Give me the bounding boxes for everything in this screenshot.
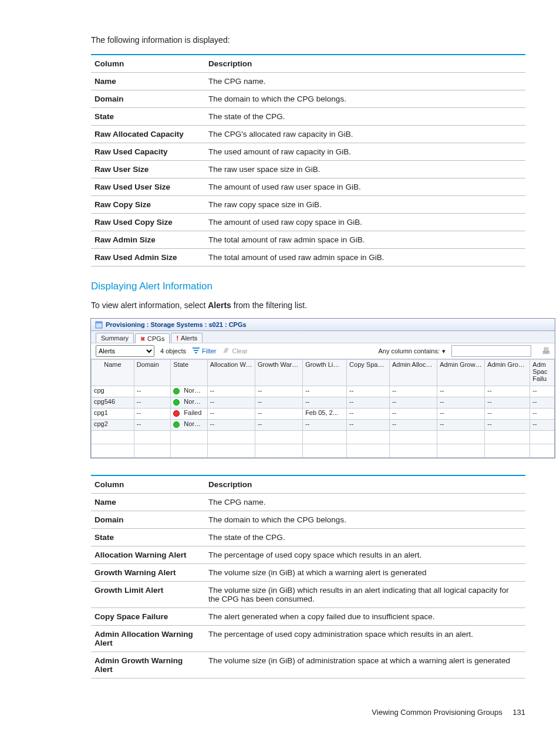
toolbar: Alerts 4 objects Filter Clear (91, 343, 555, 359)
grid-cell: -- (485, 386, 530, 397)
grid-cell: -- (389, 386, 437, 397)
panel-titlebar: Provisioning : Storage Systems : s021 : … (91, 319, 555, 331)
grid-cell: cpg1 (92, 409, 134, 420)
column-name: Raw Used Admin Size (91, 249, 205, 266)
column-filter-menu[interactable]: Any column contains: ▾ (378, 347, 446, 355)
grid-row[interactable]: cpg2-- Normal---------------- (92, 420, 555, 431)
grid-cell: -- (207, 386, 255, 397)
grid-cell (134, 444, 170, 458)
column-name: Name (91, 73, 205, 90)
grid-cell: -- (255, 409, 302, 420)
grid-cell: -- (389, 420, 437, 431)
tab-label: CPGs (147, 335, 164, 342)
table-row: Raw Used Admin SizeThe total amount of u… (91, 249, 525, 266)
table-row: NameThe CPG name. (91, 494, 525, 511)
grid-cell: -- (134, 420, 170, 431)
grid-column-header[interactable]: Growth Warning Alert (255, 360, 302, 386)
grid-row[interactable]: cpg546-- Normal---------------- (92, 397, 555, 409)
grid-cell: -- (437, 397, 485, 409)
column-desc: The CPG name. (205, 494, 525, 511)
grid-cell: -- (485, 420, 530, 431)
grid-column-header[interactable]: Name (92, 360, 134, 386)
tab-alerts[interactable]: ! Alerts (171, 333, 203, 343)
table-row: Raw Copy SizeThe raw copy space size in … (91, 196, 525, 214)
column-name: Growth Limit Alert (91, 582, 205, 608)
column-filter-label: Any column contains: (378, 347, 440, 355)
column-desc: The CPG name. (205, 73, 525, 90)
table-row: DomainThe domain to which the CPG belong… (91, 90, 525, 108)
column-name: Admin Growth Warning Alert (91, 652, 205, 679)
column-desc: The amount of used raw copy space in GiB… (205, 214, 525, 231)
grid-cell: -- (303, 420, 347, 431)
grid-cell (92, 444, 134, 458)
definitions-table-2: Column Description NameThe CPG name.Doma… (91, 475, 525, 679)
grid-cell (530, 431, 555, 444)
column-name: Raw Admin Size (91, 231, 205, 249)
table1-col-header: Column (91, 55, 205, 73)
grid-cell: cpg (92, 386, 134, 397)
grid-cell (485, 444, 530, 458)
grid-cell: -- (530, 386, 555, 397)
view-selector[interactable]: Alerts (96, 345, 154, 357)
state-icon (173, 399, 180, 406)
grid-cell: -- (389, 397, 437, 409)
grid-cell: cpg546 (92, 397, 134, 409)
grid-row[interactable]: cpg1-- Failed----Feb 05, 2...---------- (92, 409, 555, 420)
grid-cell (437, 431, 485, 444)
grid-column-header[interactable]: Adm Spac Failu (530, 360, 555, 386)
print-icon[interactable]: 🖶 (542, 346, 550, 356)
clear-button[interactable]: Clear (222, 347, 247, 355)
column-name: Raw Used Copy Size (91, 214, 205, 231)
grid-row[interactable]: cpg-- Normal---------------- (92, 386, 555, 397)
grid-cell (530, 444, 555, 458)
table-row: Raw Used CapacityThe used amount of raw … (91, 143, 525, 161)
column-name: Growth Warning Alert (91, 564, 205, 582)
grid-cell (437, 444, 485, 458)
grid-cell: cpg2 (92, 420, 134, 431)
table-row: Raw User SizeThe raw user space size in … (91, 161, 525, 178)
grid-column-header[interactable]: Domain (134, 360, 170, 386)
grid-cell: Normal (171, 397, 207, 409)
grid-row (92, 431, 555, 444)
column-desc: The CPG's allocated raw capacity in GiB. (205, 126, 525, 143)
grid-column-header[interactable]: Copy Space Failure (347, 360, 390, 386)
column-desc: The total amount of used raw admin space… (205, 249, 525, 266)
column-name: Domain (91, 511, 205, 529)
svg-rect-3 (194, 350, 198, 351)
column-desc: The total amount of raw admin space in G… (205, 231, 525, 249)
filter-button[interactable]: Filter (192, 347, 216, 355)
column-name: Raw User Size (91, 161, 205, 178)
grid-cell (485, 431, 530, 444)
chevron-down-icon: ▾ (442, 347, 446, 355)
grid-cell: -- (485, 409, 530, 420)
column-desc: The volume size (in GiB) at which a warn… (205, 564, 525, 582)
panel-title: Provisioning : Storage Systems : s021 : … (106, 321, 247, 328)
grid-column-header[interactable]: Admin Growth Limit Alert (485, 360, 530, 386)
grid-cell (207, 444, 255, 458)
grid-column-header[interactable]: Allocation Warning Alert (207, 360, 255, 386)
grid-cell: -- (437, 420, 485, 431)
table-row: NameThe CPG name. (91, 73, 525, 90)
table-row: Raw Allocated CapacityThe CPG's allocate… (91, 126, 525, 143)
column-desc: The domain to which the CPG belongs. (205, 90, 525, 108)
column-name: Domain (91, 90, 205, 108)
column-desc: The used amount of raw capacity in GiB. (205, 143, 525, 161)
grid-column-header[interactable]: Growth Limit Alert (303, 360, 347, 386)
grid-cell (207, 431, 255, 444)
column-desc: The state of the CPG. (205, 529, 525, 546)
column-desc: The state of the CPG. (205, 108, 525, 126)
grid-column-header[interactable]: State (171, 360, 207, 386)
table-row: Raw Used Copy SizeThe amount of used raw… (91, 214, 525, 231)
grid-cell: -- (255, 397, 302, 409)
column-name: Name (91, 494, 205, 511)
tab-cpgs[interactable]: ✖ CPGs (135, 333, 170, 343)
tab-summary[interactable]: Summary (96, 333, 134, 343)
grid-cell: -- (207, 409, 255, 420)
search-input[interactable] (451, 345, 531, 357)
grid-column-header[interactable]: Admin Growth Warning Alert (437, 360, 485, 386)
grid-cell: -- (134, 409, 170, 420)
intro-text: The following information is displayed: (91, 35, 525, 45)
grid-column-header[interactable]: Admin Allocation Warning Alert (389, 360, 437, 386)
tab-label: Alerts (181, 335, 197, 342)
column-name: Raw Used User Size (91, 178, 205, 196)
